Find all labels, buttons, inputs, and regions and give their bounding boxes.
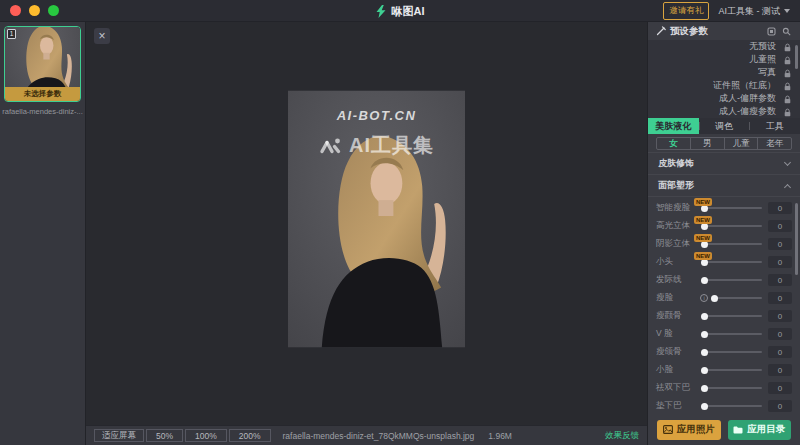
feedback-link[interactable]: 效果反馈 — [605, 430, 639, 442]
zoom-100-button[interactable]: 100% — [185, 429, 227, 442]
slider-value[interactable]: 0 — [768, 220, 792, 232]
age-gender-tab[interactable]: 男 — [690, 138, 724, 149]
window-zoom-button[interactable] — [48, 5, 59, 16]
preset-item[interactable]: 成人-偏胖参数 — [648, 92, 800, 105]
slider-row: 瘦脸 0 — [648, 289, 800, 307]
chevron-down-icon — [784, 9, 790, 13]
preset-scrollbar[interactable] — [795, 45, 798, 69]
apply-folder-label: 应用目录 — [747, 423, 785, 436]
preset-item[interactable]: 成人-偏瘦参数 — [648, 105, 800, 118]
apply-folder-button[interactable]: 应用目录 — [728, 420, 792, 440]
preset-search-icon[interactable] — [781, 26, 792, 37]
section-skin-retouch[interactable]: 皮肤修饰 — [648, 152, 800, 174]
slider-value[interactable]: 0 — [768, 292, 792, 304]
tool-tabs: 美肤液化调色工具 — [648, 118, 800, 134]
age-gender-tab[interactable]: 女 — [657, 138, 690, 149]
slider-handle[interactable] — [701, 331, 708, 338]
slider-label: 瘦颧骨 — [656, 310, 700, 322]
slider-track[interactable] — [702, 207, 762, 209]
slider-value[interactable]: 0 — [768, 256, 792, 268]
preset-panel-header: 预设参数 — [648, 22, 800, 40]
slider-track[interactable] — [702, 225, 762, 227]
preset-item[interactable]: 儿童照 — [648, 53, 800, 66]
preset-item[interactable]: 证件照（红底） — [648, 79, 800, 92]
fit-screen-button[interactable]: 适应屏幕 — [94, 429, 144, 442]
age-gender-tab[interactable]: 老年 — [757, 138, 791, 149]
account-dropdown[interactable]: AI工具集 - 测试 — [718, 5, 790, 18]
preset-item[interactable]: 写真 — [648, 66, 800, 79]
section-face-label: 面部塑形 — [658, 179, 694, 192]
preset-item-label: 无预设 — [749, 40, 776, 53]
lock-icon — [784, 56, 791, 65]
slider-track[interactable] — [702, 261, 762, 263]
lock-icon — [784, 69, 791, 78]
zoom-200-button[interactable]: 200% — [229, 429, 271, 442]
folder-icon — [733, 426, 743, 434]
chevron-down-icon — [784, 158, 791, 165]
slider-track[interactable] — [702, 279, 762, 281]
slider-value[interactable]: 0 — [768, 274, 792, 286]
slider-value[interactable]: 0 — [768, 346, 792, 358]
close-image-button[interactable]: × — [94, 28, 110, 44]
slider-row: V 脸 0 — [648, 325, 800, 343]
slider-handle[interactable] — [701, 367, 708, 374]
window-close-button[interactable] — [10, 5, 21, 16]
slider-handle[interactable] — [701, 313, 708, 320]
chevron-up-icon — [784, 183, 791, 190]
slider-track[interactable] — [702, 369, 762, 371]
slider-handle[interactable] — [701, 349, 708, 356]
lock-icon — [784, 82, 791, 91]
panel-scrollbar[interactable] — [795, 203, 798, 275]
preset-save-icon[interactable] — [766, 26, 777, 37]
slider-row: 小脸 0 — [648, 361, 800, 379]
slider-handle[interactable] — [701, 385, 708, 392]
slider-value[interactable]: 0 — [768, 310, 792, 322]
slider-row: 祛双下巴 0 — [648, 379, 800, 397]
section-face-shaping[interactable]: 面部塑形 — [648, 174, 800, 196]
thumbnail-filename: rafaella-mendes-diniz-... — [0, 107, 85, 116]
tool-tab[interactable]: 工具 — [749, 118, 800, 134]
slider-track[interactable] — [702, 243, 762, 245]
age-gender-tabs-wrap: 女男儿童老年 — [648, 134, 800, 152]
slider-track[interactable] — [702, 387, 762, 389]
slider-track[interactable] — [702, 333, 762, 335]
preset-item-label: 证件照（红底） — [713, 79, 776, 92]
slider-label: 小脸 — [656, 364, 700, 376]
slider-value[interactable]: 0 — [768, 328, 792, 340]
age-gender-tab[interactable]: 儿童 — [724, 138, 758, 149]
slider-value[interactable]: 0 — [768, 400, 792, 412]
slider-row: 瘦颧骨 0 — [648, 307, 800, 325]
statusbar-filename: rafaella-mendes-diniz-et_78QkMMQs-unspla… — [283, 431, 475, 441]
slider-value[interactable]: 0 — [768, 382, 792, 394]
slider-value[interactable]: 0 — [768, 202, 792, 214]
apply-photo-button[interactable]: 应用照片 — [657, 420, 721, 440]
new-badge: NEW — [694, 252, 712, 260]
lock-icon — [784, 95, 791, 104]
thumbnail-index-badge: 1 — [7, 29, 16, 39]
zoom-50-button[interactable]: 50% — [146, 429, 183, 442]
slider-handle[interactable] — [701, 403, 708, 410]
photo-list-sidebar: 未选择参数 1 rafaella-mendes-diniz-... — [0, 22, 85, 445]
slider-value[interactable]: 0 — [768, 238, 792, 250]
canvas-area: × AI-BOT.CN AI工具集 — [85, 22, 648, 445]
slider-track[interactable] — [712, 297, 762, 299]
invite-reward-button[interactable]: 邀请有礼 — [663, 2, 709, 20]
slider-row: 垫下巴 0 — [648, 397, 800, 415]
photo-thumbnail[interactable]: 未选择参数 1 — [4, 26, 81, 102]
slider-handle[interactable] — [701, 277, 708, 284]
info-icon[interactable] — [700, 294, 708, 302]
window-minimize-button[interactable] — [29, 5, 40, 16]
slider-label: 祛双下巴 — [656, 382, 700, 394]
slider-track[interactable] — [702, 315, 762, 317]
tool-tab[interactable]: 美肤液化 — [648, 118, 699, 134]
preview-photo: AI-BOT.CN AI工具集 — [288, 90, 465, 348]
slider-row: NEW 小头 0 — [648, 253, 800, 271]
slider-label: 瘦颌骨 — [656, 346, 700, 358]
slider-track[interactable] — [702, 405, 762, 407]
app-title: 咻图AI — [392, 4, 425, 19]
slider-handle[interactable] — [711, 295, 718, 302]
tool-tab[interactable]: 调色 — [699, 118, 750, 134]
preset-item[interactable]: 无预设 — [648, 40, 800, 53]
slider-value[interactable]: 0 — [768, 364, 792, 376]
slider-track[interactable] — [702, 351, 762, 353]
